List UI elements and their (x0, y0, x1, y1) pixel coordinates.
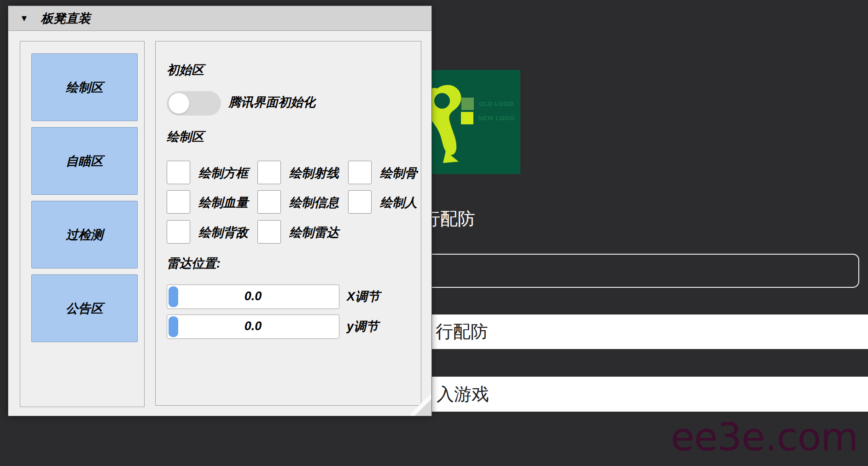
radar-y-slider[interactable]: 0.0 (167, 315, 339, 339)
radar-y-slider-value: 0.0 (167, 319, 339, 333)
background-input-field[interactable] (414, 254, 859, 288)
section-header-draw: 绘制区 (167, 128, 204, 145)
checkbox-label-draw-back-enemy: 绘制背敌 (198, 224, 248, 241)
collapse-icon[interactable]: ▼ (20, 13, 29, 23)
background-button-label: 入游戏 (437, 383, 489, 406)
new-logo-label: NEW LOGO (478, 115, 515, 122)
background-button-peidang[interactable]: 行配防 (414, 315, 868, 349)
panel-content-area: 初始区 腾讯界面初始化 绘制区 绘制方框 绘制射线 绘制骨 绘制血量 绘制信息 … (155, 41, 421, 406)
watermark-text: ee3e.com (670, 414, 858, 460)
radar-y-slider-label: y调节 (347, 318, 379, 335)
resize-grip-icon[interactable] (410, 395, 431, 416)
background-button-enter-game[interactable]: 入游戏 (414, 377, 868, 412)
sidebar-item-announcement-zone[interactable]: 公告区 (31, 274, 138, 342)
old-logo-swatch (461, 98, 474, 110)
sidebar-item-aimbot-zone[interactable]: 自瞄区 (31, 127, 138, 195)
checkbox-label-draw-player: 绘制人 (380, 194, 417, 211)
tencent-ui-init-toggle[interactable] (167, 91, 221, 116)
radar-x-slider[interactable]: 0.0 (167, 285, 339, 309)
new-logo-swatch (461, 112, 473, 124)
section-header-init: 初始区 (167, 62, 204, 78)
checkbox-draw-health[interactable] (167, 190, 190, 214)
checkbox-label-draw-health: 绘制血量 (198, 194, 248, 211)
checkbox-draw-back-enemy[interactable] (167, 220, 190, 244)
cheat-panel-window: ▼ 板凳直装 绘制区 自瞄区 过检测 公告区 初始区 腾讯界面初始化 绘制区 绘… (8, 6, 432, 416)
sidebar-item-draw-zone[interactable]: 绘制区 (31, 53, 138, 121)
checkbox-label-draw-ray: 绘制射线 (289, 165, 339, 181)
checkbox-draw-ray[interactable] (257, 161, 281, 184)
toggle-knob[interactable] (169, 93, 189, 114)
checkbox-draw-radar[interactable] (257, 220, 281, 244)
checkbox-label-draw-info: 绘制信息 (289, 194, 339, 211)
radar-x-slider-value: 0.0 (167, 289, 339, 303)
panel-title: 板凳直装 (41, 10, 91, 27)
checkbox-draw-info[interactable] (257, 190, 281, 214)
old-logo-label: OLD LOGO (479, 100, 514, 107)
checkbox-draw-player[interactable] (348, 190, 372, 214)
checkbox-draw-bone[interactable] (348, 161, 372, 184)
tencent-ui-init-label: 腾讯界面初始化 (228, 94, 315, 111)
legend-row-new: NEW LOGO (461, 112, 515, 124)
background-button-label: 行配防 (436, 320, 488, 344)
sidebar-nav: 绘制区 自瞄区 过检测 公告区 (20, 41, 145, 407)
sidebar-item-anti-detect-zone[interactable]: 过检测 (31, 201, 138, 268)
radar-x-slider-label: X调节 (347, 288, 380, 305)
checkbox-label-draw-radar: 绘制雷达 (289, 224, 339, 241)
checkbox-label-draw-bone: 绘制骨 (380, 165, 417, 181)
legend-row-old: OLD LOGO (461, 98, 514, 110)
checkbox-label-draw-box: 绘制方框 (198, 165, 248, 181)
checkbox-draw-box[interactable] (167, 161, 190, 184)
panel-title-bar[interactable]: ▼ 板凳直装 (8, 6, 431, 31)
section-header-radar-position: 雷达位置: (167, 255, 221, 272)
